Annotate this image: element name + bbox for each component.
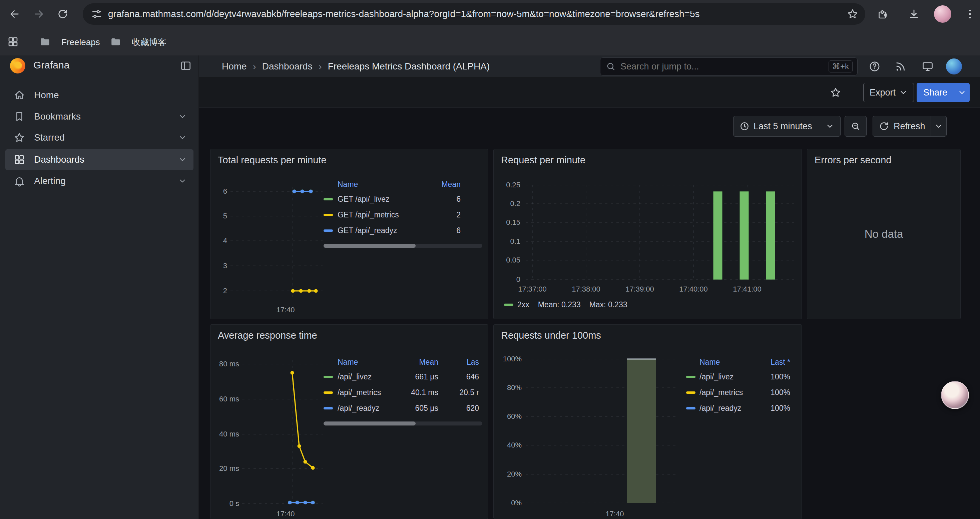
legend-row[interactable]: /api/_livez 100%: [686, 369, 790, 385]
legend-header: Name Last *: [686, 355, 790, 369]
legend-scrollbar[interactable]: [323, 244, 482, 248]
x-tick: 17:40: [269, 306, 302, 314]
series-color-dash: [686, 391, 695, 394]
legend-header-mean[interactable]: Mean: [421, 180, 461, 189]
bell-icon: [13, 175, 25, 187]
floating-chat-avatar[interactable]: [941, 381, 969, 409]
legend-row[interactable]: GET /api/_metrics 2: [323, 207, 482, 223]
breadcrumb-home[interactable]: Home: [222, 61, 247, 72]
bookmark-star-icon[interactable]: [846, 8, 859, 20]
share-dropdown-chevron[interactable]: [954, 88, 970, 97]
legend-table: Name Last * /api/_livez 100% /api/_metri…: [686, 355, 790, 416]
back-icon[interactable]: [9, 8, 21, 20]
browser-profile-avatar[interactable]: [934, 5, 951, 23]
star-icon: [13, 132, 25, 144]
y-tick: 20 ms: [210, 464, 239, 473]
address-bar[interactable]: [83, 3, 865, 25]
x-tick: 17:41:00: [721, 285, 774, 294]
grafana-profile-avatar[interactable]: [946, 58, 962, 75]
bookmark-folder-blogs[interactable]: 收藏博客: [132, 36, 167, 48]
sidebar-item-home[interactable]: Home: [5, 85, 194, 105]
scrollbar-thumb[interactable]: [323, 244, 415, 248]
grafana-topnav: Home › Dashboards › Freeleaps Metrics Da…: [199, 56, 980, 77]
series-color-dash: [323, 214, 333, 216]
legend-series-label[interactable]: 2xx: [517, 300, 529, 309]
zoom-out-button[interactable]: [845, 116, 867, 137]
dashboard-content: Last 5 minutes Refresh Total requests pe…: [199, 107, 980, 519]
export-button[interactable]: Export: [863, 83, 914, 102]
y-tick: 6: [210, 187, 227, 196]
favorite-star-icon[interactable]: [830, 86, 842, 99]
dock-menu-icon[interactable]: [180, 60, 192, 72]
sidebar-item-starred[interactable]: Starred: [5, 127, 194, 148]
legend-row[interactable]: GET /api/_readyz 6: [323, 223, 482, 238]
x-tick: 17:38:00: [559, 285, 613, 294]
legend-header-name[interactable]: Name: [337, 358, 395, 367]
dashboards-grid-icon: [13, 153, 25, 166]
y-tick: 80%: [494, 383, 522, 392]
chevron-down-icon[interactable]: [178, 133, 187, 142]
legend-row[interactable]: /api/_livez 661 µs 646: [323, 369, 482, 385]
sidebar-item-bookmarks[interactable]: Bookmarks: [5, 106, 194, 127]
legend-row[interactable]: /api/_readyz 605 µs 620: [323, 401, 482, 416]
legend-header-mean[interactable]: Mean: [395, 358, 438, 367]
legend-header-name[interactable]: Name: [337, 180, 421, 189]
scrollbar-thumb[interactable]: [323, 422, 415, 425]
grafana-brand: Grafana: [33, 59, 69, 71]
display-icon[interactable]: [922, 61, 934, 72]
bookmark-folder-freeleaps[interactable]: Freeleaps: [61, 36, 100, 48]
y-tick: 3: [210, 262, 227, 270]
series-color-dash: [686, 376, 695, 378]
home-icon: [13, 89, 25, 101]
forward-icon[interactable]: [33, 8, 45, 20]
chevron-down-icon[interactable]: [178, 112, 187, 121]
x-tick: 17:40:00: [667, 285, 720, 294]
site-settings-icon[interactable]: [91, 8, 103, 20]
legend-row[interactable]: GET /api/_livez 6: [323, 192, 482, 207]
reload-icon[interactable]: [57, 8, 69, 20]
share-button[interactable]: Share: [916, 83, 970, 102]
breadcrumb: Home › Dashboards › Freeleaps Metrics Da…: [222, 56, 490, 77]
legend-header-last[interactable]: Last *: [759, 358, 790, 367]
breadcrumb-separator: ›: [318, 61, 322, 72]
legend-row[interactable]: /api/_metrics 100%: [686, 385, 790, 401]
chevron-down-icon[interactable]: [178, 177, 187, 185]
breadcrumb-dashboards[interactable]: Dashboards: [262, 61, 313, 72]
legend-scrollbar[interactable]: [323, 422, 482, 425]
search-shortcut-badge: ⌘+k: [829, 61, 853, 72]
y-tick: 4: [210, 236, 227, 245]
search-icon: [606, 61, 616, 72]
y-tick: 0.05: [494, 256, 520, 265]
folder-icon: [39, 36, 51, 48]
legend-header-name[interactable]: Name: [700, 358, 759, 367]
url-input[interactable]: [107, 8, 846, 20]
extensions-icon[interactable]: [877, 8, 889, 20]
refresh-interval-chevron[interactable]: [931, 122, 946, 131]
search-input[interactable]: [620, 61, 829, 72]
apps-grid-icon[interactable]: [7, 36, 19, 48]
time-range-picker[interactable]: Last 5 minutes: [733, 116, 841, 137]
y-tick: 40%: [494, 441, 522, 450]
downloads-icon[interactable]: [908, 8, 920, 20]
refresh-button[interactable]: Refresh: [873, 116, 947, 137]
series-color-dash: [323, 376, 333, 378]
legend-table: Name Mean Las /api/_livez 661 µs 646 /ap…: [323, 355, 482, 416]
chevron-down-icon[interactable]: [178, 155, 187, 164]
legend-row[interactable]: /api/_metrics 40.1 ms 20.5 r: [323, 385, 482, 401]
legend-row[interactable]: /api/_readyz 100%: [686, 401, 790, 416]
help-icon[interactable]: [869, 61, 881, 72]
folder-icon: [110, 36, 122, 48]
sidebar-item-alerting[interactable]: Alerting: [5, 171, 194, 192]
browser-menu-icon[interactable]: [964, 8, 976, 20]
x-tick: 17:37:00: [506, 285, 559, 294]
series-color-dash: [323, 198, 333, 200]
x-tick: 17:39:00: [613, 285, 667, 294]
legend-header-last[interactable]: Las: [438, 358, 482, 367]
grafana-sidebar: Grafana Home Bookmarks Starred Dashboard…: [0, 56, 199, 519]
news-rss-icon[interactable]: [895, 61, 907, 72]
legend-mean: Mean: 0.233: [538, 300, 581, 309]
bookmarks-bar: Freeleaps 收藏博客: [0, 28, 980, 56]
sidebar-item-dashboards[interactable]: Dashboards: [5, 149, 194, 170]
search-box[interactable]: ⌘+k: [600, 57, 858, 75]
grafana-logo[interactable]: [10, 58, 25, 73]
